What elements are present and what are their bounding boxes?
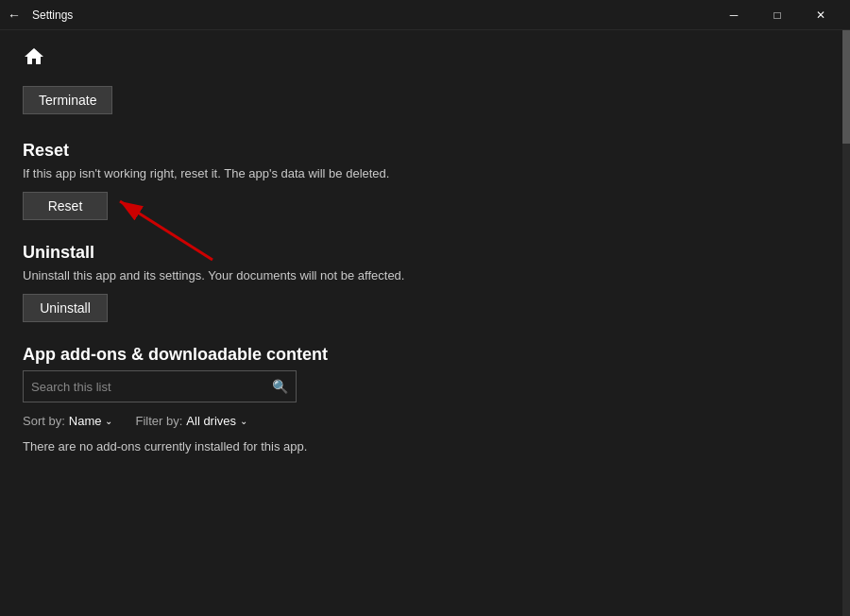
reset-description: If this app isn't working right, reset i… xyxy=(23,166,827,180)
back-button[interactable]: ← xyxy=(8,8,21,23)
reset-section: Reset If this app isn't working right, r… xyxy=(23,141,827,220)
sort-filter-row: Sort by: Name ⌄ Filter by: All drives ⌄ xyxy=(23,414,827,428)
search-box[interactable]: 🔍 xyxy=(23,370,297,402)
scrollbar-thumb[interactable] xyxy=(842,30,850,144)
terminate-section: Terminate xyxy=(23,86,827,114)
uninstall-section: Uninstall Uninstall this app and its set… xyxy=(23,243,827,322)
window-title: Settings xyxy=(32,9,712,22)
sort-chevron-icon: ⌄ xyxy=(105,416,112,426)
title-bar: ← Settings ─ □ ✕ xyxy=(0,0,850,30)
home-icon-wrapper[interactable] xyxy=(23,45,827,71)
reset-title: Reset xyxy=(23,141,827,161)
uninstall-description: Uninstall this app and its settings. You… xyxy=(23,268,827,282)
home-icon xyxy=(23,45,45,68)
sort-by-dropdown[interactable]: Sort by: Name ⌄ xyxy=(23,414,112,428)
reset-button[interactable]: Reset xyxy=(23,192,108,220)
uninstall-title: Uninstall xyxy=(23,243,827,263)
filter-by-dropdown[interactable]: Filter by: All drives ⌄ xyxy=(135,414,247,428)
maximize-button[interactable]: □ xyxy=(756,0,799,30)
filter-value: All drives xyxy=(186,414,236,428)
search-input[interactable] xyxy=(31,380,272,394)
main-content: Terminate Reset If this app isn't workin… xyxy=(0,30,850,616)
addons-section: App add-ons & downloadable content 🔍 Sor… xyxy=(23,345,827,453)
terminate-button[interactable]: Terminate xyxy=(23,86,112,114)
uninstall-button[interactable]: Uninstall xyxy=(23,294,108,322)
sort-value: Name xyxy=(69,414,102,428)
addons-title: App add-ons & downloadable content xyxy=(23,345,827,365)
back-arrow-icon: ← xyxy=(8,8,21,23)
filter-label: Filter by: xyxy=(135,414,182,428)
close-button[interactable]: ✕ xyxy=(799,0,842,30)
search-icon[interactable]: 🔍 xyxy=(272,379,288,394)
window-controls: ─ □ ✕ xyxy=(712,0,842,30)
sort-label: Sort by: xyxy=(23,414,65,428)
no-addons-text: There are no add-ons currently installed… xyxy=(23,439,827,453)
minimize-button[interactable]: ─ xyxy=(712,0,756,30)
filter-chevron-icon: ⌄ xyxy=(240,416,247,426)
